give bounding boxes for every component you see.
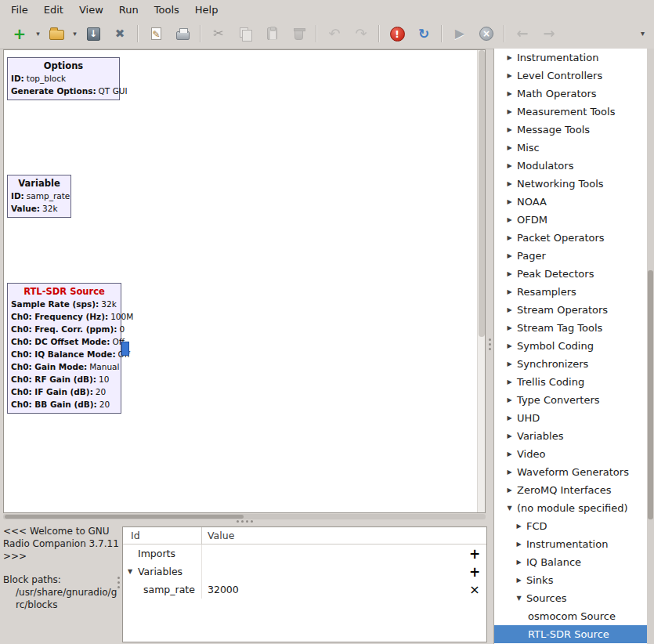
- row-action-button[interactable]: ×: [469, 582, 479, 597]
- tree-item[interactable]: ▶ ZeroMQ Interfaces: [494, 481, 647, 499]
- expander-icon[interactable]: ▶: [514, 559, 524, 566]
- tree-vertical-scrollbar[interactable]: [647, 49, 654, 644]
- new-flowgraph-dropdown[interactable]: ▾: [33, 22, 43, 45]
- variable-value[interactable]: [201, 563, 463, 581]
- kill-flowgraph-button[interactable]: ×: [473, 22, 500, 45]
- canvas-vertical-scrollbar[interactable]: [477, 50, 485, 512]
- expander-icon[interactable]: ▶: [504, 414, 515, 421]
- tree-item[interactable]: ▶ NOAA: [494, 193, 647, 211]
- paste-button[interactable]: [258, 22, 285, 45]
- expander-icon[interactable]: ▼: [504, 505, 515, 512]
- output-port[interactable]: [121, 342, 129, 356]
- tree-item[interactable]: ▶ Math Operators: [494, 85, 647, 103]
- tree-item[interactable]: ▶ FCD: [494, 517, 647, 535]
- print-button[interactable]: [169, 22, 196, 45]
- tree-item[interactable]: ▶ Level Controllers: [494, 67, 647, 85]
- redo-button[interactable]: ↷: [348, 22, 374, 45]
- expander-icon[interactable]: ▶: [504, 469, 515, 476]
- expander-icon[interactable]: ▼: [128, 568, 138, 575]
- variable-block[interactable]: Variable ID:samp_rate Value:32k: [7, 175, 71, 218]
- undo-button[interactable]: ↶: [321, 22, 348, 45]
- tree-item[interactable]: ▶ Video: [494, 445, 647, 463]
- expander-icon[interactable]: ▼: [514, 595, 524, 602]
- tree-item[interactable]: ▶ Instrumentation: [494, 535, 647, 553]
- row-action-button[interactable]: +: [469, 564, 480, 580]
- splitter-handle[interactable]: [237, 520, 253, 523]
- expander-icon[interactable]: ▶: [504, 252, 515, 259]
- menu-item[interactable]: File: [3, 0, 36, 19]
- close-flowgraph-button[interactable]: ✖: [107, 22, 133, 45]
- tree-item[interactable]: ▶ Stream Operators: [494, 301, 647, 319]
- expander-icon[interactable]: ▶: [504, 324, 515, 331]
- tree-item[interactable]: ▼ Sources: [494, 589, 647, 607]
- expander-icon[interactable]: ▶: [504, 180, 515, 187]
- expander-icon[interactable]: ▶: [504, 90, 515, 97]
- expander-icon[interactable]: ▶: [504, 378, 515, 385]
- new-flowgraph-button[interactable]: +: [6, 22, 33, 45]
- tree-item[interactable]: ▶ Networking Tools: [494, 175, 647, 193]
- splitter-handle[interactable]: [489, 338, 491, 350]
- errors-button[interactable]: !: [384, 22, 410, 45]
- tree-item[interactable]: ▶ Message Tools: [494, 121, 647, 139]
- tree-item[interactable]: ▶ Sinks: [494, 571, 647, 589]
- delete-button[interactable]: [285, 22, 312, 45]
- menu-item[interactable]: View: [71, 0, 111, 19]
- expander-icon[interactable]: ▶: [514, 541, 524, 548]
- expander-icon[interactable]: ▶: [504, 288, 515, 295]
- tree-item[interactable]: ▶ Misc: [494, 139, 647, 157]
- tree-item[interactable]: ▶ Type Converters: [494, 391, 647, 409]
- open-flowgraph-dropdown[interactable]: ▾: [70, 22, 80, 45]
- tree-item[interactable]: ▶ Modulators: [494, 157, 647, 175]
- tree-item[interactable]: ▶ Pager: [494, 247, 647, 265]
- variable-editor-row[interactable]: Imports +: [123, 545, 486, 563]
- expander-icon[interactable]: ▶: [504, 342, 515, 349]
- expander-icon[interactable]: ▶: [504, 270, 515, 277]
- row-action-button[interactable]: +: [469, 546, 480, 562]
- variable-value[interactable]: 32000: [201, 581, 463, 599]
- expander-icon[interactable]: ▶: [504, 234, 515, 241]
- forward-button[interactable]: →: [536, 22, 562, 45]
- execute-flowgraph-button[interactable]: ▶: [446, 22, 473, 45]
- expander-icon[interactable]: ▶: [504, 144, 515, 151]
- tree-item[interactable]: osmocom Source: [494, 607, 647, 625]
- tree-item[interactable]: ▼ (no module specified): [494, 499, 647, 517]
- options-block[interactable]: Options ID:top_block Generate Options:QT…: [7, 57, 120, 100]
- tree-item[interactable]: ▶ Trellis Coding: [494, 373, 647, 391]
- reload-blocks-button[interactable]: ↻: [410, 22, 437, 45]
- scrollbar-handle[interactable]: [648, 270, 653, 519]
- copy-button[interactable]: [232, 22, 258, 45]
- tree-item[interactable]: ▶ Resamplers: [494, 283, 647, 301]
- tree-item[interactable]: ▶ Instrumentation: [494, 49, 647, 67]
- tree-item[interactable]: ▶ OFDM: [494, 211, 647, 229]
- expander-icon[interactable]: ▶: [504, 162, 515, 169]
- scrollbar-handle[interactable]: [5, 515, 244, 519]
- expander-icon[interactable]: ▶: [504, 396, 515, 403]
- menu-item[interactable]: Edit: [36, 0, 71, 19]
- flowgraph-canvas[interactable]: Options ID:top_block Generate Options:QT…: [3, 49, 486, 513]
- tree-item[interactable]: ▶ IQ Balance: [494, 553, 647, 571]
- cut-button[interactable]: ✂: [205, 22, 232, 45]
- expander-icon[interactable]: ▶: [504, 450, 515, 458]
- menu-item[interactable]: Help: [187, 0, 226, 19]
- tree-item[interactable]: ▶ Packet Operators: [494, 229, 647, 247]
- expander-icon[interactable]: ▶: [504, 126, 515, 133]
- scrollbar-handle[interactable]: [479, 50, 485, 337]
- tree-item[interactable]: ▶ Measurement Tools: [494, 103, 647, 121]
- expander-icon[interactable]: ▶: [514, 523, 524, 530]
- expander-icon[interactable]: ▶: [504, 306, 515, 313]
- rtlsdr-source-block[interactable]: RTL-SDR Source Sample Rate (sps):32k Ch0…: [7, 283, 121, 414]
- expander-icon[interactable]: ▶: [504, 108, 515, 115]
- open-flowgraph-button[interactable]: [43, 22, 70, 45]
- tree-item[interactable]: ▶ Variables: [494, 427, 647, 445]
- tree-item[interactable]: ▶ Symbol Coding: [494, 337, 647, 355]
- tree-item[interactable]: ▶ Synchronizers: [494, 355, 647, 373]
- variable-editor-row[interactable]: samp_rate 32000 ×: [123, 581, 486, 599]
- expander-icon[interactable]: ▶: [504, 72, 515, 79]
- tree-item[interactable]: RTL-SDR Source: [494, 625, 647, 643]
- expander-icon[interactable]: ▶: [514, 577, 524, 584]
- back-button[interactable]: ←: [509, 22, 536, 45]
- expander-icon[interactable]: ▶: [504, 216, 515, 223]
- edit-button[interactable]: [143, 22, 169, 45]
- tree-item[interactable]: ▶ Peak Detectors: [494, 265, 647, 283]
- expander-icon[interactable]: ▶: [504, 360, 515, 367]
